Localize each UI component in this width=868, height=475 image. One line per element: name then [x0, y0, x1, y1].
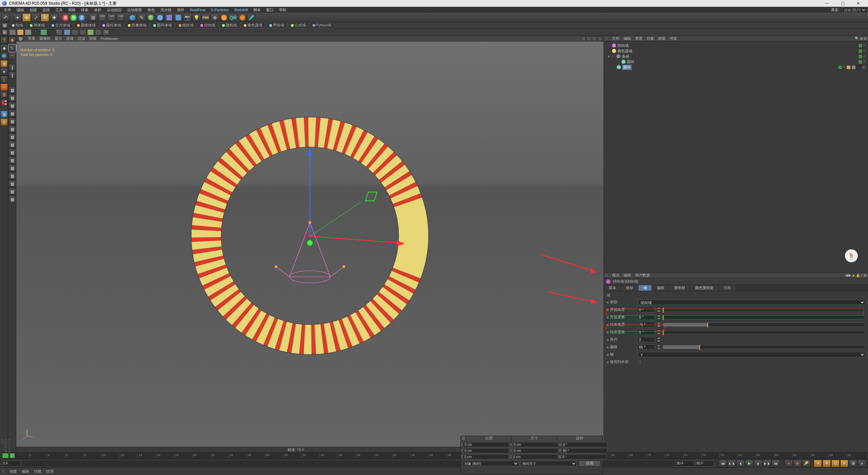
next-frame-button[interactable]: ⏵: [754, 460, 762, 467]
objmgr-icon-2[interactable]: ⊟: [864, 36, 867, 41]
prev-frame-button[interactable]: ⏴: [736, 460, 745, 467]
objmgr-menu-查看[interactable]: 查看: [635, 36, 643, 41]
live-select-button[interactable]: ✦: [13, 14, 22, 22]
render-region-button[interactable]: 🎬: [107, 14, 116, 22]
tool8[interactable]: QR: [229, 14, 237, 22]
axis-z-toggle[interactable]: Z: [78, 14, 85, 21]
m13[interactable]: ▦: [8, 180, 16, 188]
shelf-config-icon[interactable]: ⊞: [1, 23, 8, 28]
add-generator2-button[interactable]: [156, 14, 164, 22]
m1[interactable]: ▦: [8, 87, 16, 94]
key-scale-button[interactable]: ✦: [823, 460, 831, 467]
attr-tab-方向[interactable]: 方向: [719, 285, 736, 291]
matmgr-menu-纹理[interactable]: 纹理: [46, 469, 54, 474]
coord-system-button[interactable]: ⊞: [89, 14, 97, 22]
attr-tab-偏移[interactable]: 偏移: [652, 285, 669, 291]
vp-icon-3[interactable]: [597, 36, 602, 41]
attr-slider-偏移[interactable]: [663, 345, 865, 349]
recent-tool[interactable]: ✚: [50, 14, 58, 22]
timeline-ruler[interactable]: 0 02468101214161820222426283032343638404…: [9, 453, 866, 458]
tex-2[interactable]: [25, 29, 32, 35]
tool9[interactable]: [238, 14, 246, 22]
menu-帮助[interactable]: 帮助: [277, 7, 289, 13]
coord-rot-Z[interactable]: [561, 454, 607, 459]
shelf-公式域[interactable]: 公式域: [288, 22, 309, 28]
tex-5[interactable]: [48, 29, 55, 35]
vp-menu-选项[interactable]: 选项: [66, 36, 74, 41]
psr-button[interactable]: PSR: [201, 14, 210, 22]
axis-x-toggle[interactable]: X: [62, 14, 69, 21]
component-model[interactable]: ◆: [0, 44, 8, 52]
menu-脚本[interactable]: 脚本: [251, 7, 263, 13]
matmgr-menu-功能[interactable]: 功能: [34, 469, 41, 474]
lasso-icon[interactable]: 〰: [8, 52, 16, 60]
select-tool-icon[interactable]: ↖: [8, 44, 16, 52]
shelf-径向域[interactable]: 径向域: [197, 22, 218, 28]
shelf-Python域[interactable]: Python域: [310, 22, 334, 28]
attr-fn-icon[interactable]: ƒ: [861, 273, 863, 278]
menu-创建[interactable]: 创建: [27, 7, 39, 13]
m14[interactable]: ▦: [8, 188, 16, 195]
attr-select-轴[interactable]: Y: [638, 352, 865, 357]
uv-poly[interactable]: ▭: [0, 83, 8, 91]
tree-row-2[interactable]: ▾L°备份✓: [606, 54, 866, 59]
coord-pos-Y[interactable]: [463, 448, 509, 453]
attr-nav-up-icon[interactable]: ▲: [852, 273, 855, 278]
m5[interactable]: ▦: [8, 118, 16, 125]
m9[interactable]: ▦: [8, 149, 16, 156]
vp-menu-显示[interactable]: 显示: [55, 36, 62, 41]
tool10[interactable]: 🧪: [247, 14, 256, 22]
coord-mode-2[interactable]: 绝对尺寸: [521, 461, 577, 466]
render-settings-button[interactable]: 🎬: [116, 14, 125, 22]
vp-config-icon[interactable]: ⊞: [18, 36, 24, 41]
attr-tab-坐标[interactable]: 坐标: [621, 285, 638, 291]
menu-选择[interactable]: 选择: [40, 7, 52, 13]
tree-row-1[interactable]: 着色器域✓: [606, 48, 866, 54]
timeline-end-frame[interactable]: [675, 460, 694, 467]
tool6[interactable]: ⊕: [211, 14, 219, 22]
record-button[interactable]: ●: [785, 460, 793, 467]
goto-end-button[interactable]: ⏭: [772, 460, 780, 467]
shelf-组域[interactable]: 组域: [9, 22, 26, 28]
play-button[interactable]: ▶: [745, 460, 753, 467]
shelf-圆环体域[interactable]: 圆环体域: [150, 22, 175, 28]
help-icon[interactable]: ?: [0, 37, 8, 44]
move-tool[interactable]: ✥: [22, 14, 31, 22]
m4[interactable]: ▦: [8, 110, 16, 117]
key-param-button[interactable]: P: [840, 460, 848, 467]
menu-样条[interactable]: 样条: [79, 7, 91, 13]
attr-check-修剪到外形[interactable]: ☐: [638, 360, 641, 364]
tex-noise[interactable]: [9, 29, 16, 35]
shelf2-icon[interactable]: ⊞: [1, 29, 8, 35]
tex-11[interactable]: [95, 29, 102, 35]
m10[interactable]: ▦: [8, 157, 16, 164]
menu-Redshift[interactable]: Redshift: [232, 7, 250, 13]
m8[interactable]: ▦: [8, 141, 16, 149]
attr-menu-编辑[interactable]: 编辑: [624, 273, 631, 278]
coord-size-Y[interactable]: [512, 448, 558, 453]
coord-rot-Y[interactable]: [561, 448, 607, 453]
rotate-tool[interactable]: ⟲: [41, 14, 49, 22]
key-pla-button[interactable]: ⊞: [849, 460, 857, 467]
coord-apply-button[interactable]: 应用: [579, 460, 600, 467]
menu-网格[interactable]: 网格: [66, 7, 78, 13]
matmgr-menu-编辑[interactable]: 编辑: [22, 469, 29, 474]
m15[interactable]: ▦: [8, 196, 16, 203]
attr-nav-fwd-icon[interactable]: ▶: [848, 273, 851, 278]
goto-start-button[interactable]: ⏮: [719, 460, 727, 467]
attr-menu-模式[interactable]: 模式: [612, 273, 619, 278]
vp-menu-查看[interactable]: 查看: [28, 36, 35, 41]
attr-new-icon[interactable]: ⊞: [864, 273, 867, 278]
shelf-声音域[interactable]: 声音域: [266, 22, 287, 28]
hi1[interactable]: ‖: [8, 64, 16, 71]
autokey-button[interactable]: ◉: [793, 460, 802, 467]
close-button[interactable]: ✕: [850, 0, 866, 7]
menu-运动图形[interactable]: 运动图形: [125, 7, 144, 13]
attr-slider-开始变换[interactable]: [663, 315, 865, 319]
m11[interactable]: ▦: [8, 165, 16, 172]
m7[interactable]: ▦: [8, 133, 16, 141]
attr-slider-结束变换[interactable]: [663, 330, 865, 334]
menu-流水线[interactable]: 流水线: [158, 7, 174, 13]
attr-nav-back-icon[interactable]: ◀: [845, 273, 848, 278]
tex-4[interactable]: [40, 29, 47, 35]
